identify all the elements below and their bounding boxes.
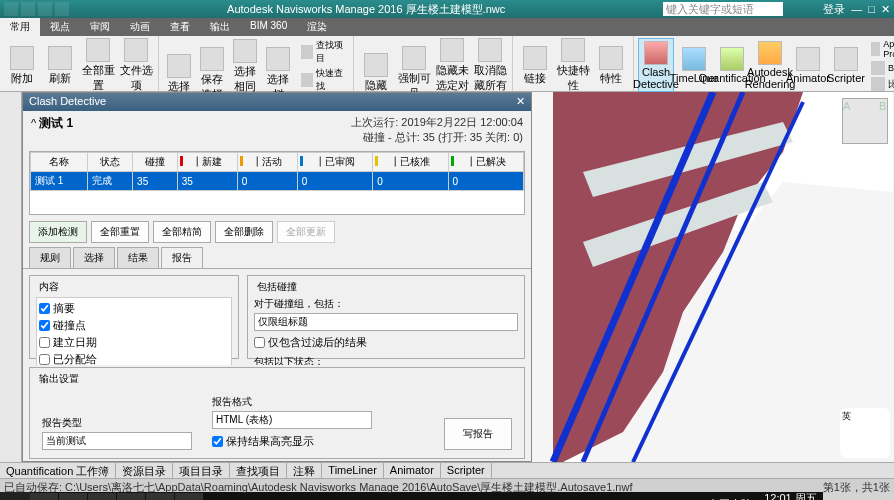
window-title: Autodesk Navisworks Manage 2016 厚生楼土建模型.… (69, 2, 663, 17)
task-item[interactable] (59, 493, 87, 500)
compact-all-button[interactable]: 全部精简 (153, 221, 211, 243)
filter-checkbox[interactable] (254, 337, 265, 348)
output-legend: 输出设置 (36, 372, 82, 386)
subtab[interactable]: 结果 (117, 247, 159, 268)
test-name: 测试 1 (39, 116, 73, 130)
keep-highlight-checkbox[interactable] (212, 436, 223, 447)
ribbon-tab[interactable]: 常用 (0, 18, 40, 36)
status-legend: 包括以下状态： (254, 355, 518, 365)
bottom-tab[interactable]: Animator (384, 463, 441, 478)
bottom-tab[interactable]: Scripter (441, 463, 492, 478)
subtab[interactable]: 报告 (161, 247, 203, 268)
ribbon-button[interactable]: Autodesk Rendering (752, 38, 788, 92)
ime-avatar[interactable] (840, 408, 890, 458)
bottom-tab[interactable]: TimeLiner (322, 463, 384, 478)
reset-all-button[interactable]: 全部重置 (91, 221, 149, 243)
bottom-tab[interactable]: 资源目录 (116, 463, 173, 478)
qat-icon[interactable] (4, 2, 18, 16)
ribbon-button-small[interactable]: Appearance Profiler (868, 38, 894, 60)
ribbon-tab[interactable]: 视点 (40, 18, 80, 36)
report-type-select[interactable]: 当前测试 (42, 432, 192, 450)
bottom-tab[interactable]: 注释 (287, 463, 322, 478)
clock-time[interactable]: 12:01 周五 (764, 492, 817, 500)
start-button[interactable] (0, 492, 30, 500)
last-run-label: 上次运行: 2019年2月22日 12:00:04 (351, 115, 523, 130)
ribbon-button-small[interactable]: 查找项目 (298, 38, 349, 66)
content-checkbox[interactable] (39, 320, 50, 331)
delete-all-button[interactable]: 全部删除 (215, 221, 273, 243)
clash-summary: 碰撞 - 总计: 35 (打开: 35 关闭: 0) (351, 130, 523, 145)
login-link[interactable]: 登录 (823, 2, 845, 17)
viewcube[interactable] (842, 98, 888, 144)
report-format-select[interactable]: HTML (表格) (212, 411, 372, 429)
content-checkbox[interactable] (39, 303, 50, 314)
close-icon[interactable]: ✕ (516, 95, 525, 109)
update-all-button: 全部更新 (277, 221, 335, 243)
ribbon-button[interactable]: 快捷特性 (555, 38, 591, 93)
ribbon-button[interactable]: 附加 (4, 38, 40, 93)
ribbon-button-small[interactable]: Batch Utility (868, 60, 894, 76)
status-text: 已自动保存: C:\Users\离洛七七\AppData\Roaming\Aut… (4, 481, 632, 493)
content-checkbox[interactable] (39, 354, 50, 365)
task-item[interactable] (175, 493, 203, 500)
ribbon-tab[interactable]: 审阅 (80, 18, 120, 36)
ribbon-button-small[interactable]: 快速查找 (298, 66, 349, 94)
ime-tray[interactable]: C 中国大陆 (697, 497, 752, 501)
ribbon-button[interactable]: 链接 (517, 38, 553, 93)
ribbon-tab[interactable]: 输出 (200, 18, 240, 36)
bottom-tab[interactable]: 查找项目 (230, 463, 287, 478)
include-legend: 包括碰撞 (254, 280, 300, 294)
help-search-input[interactable]: 键入关键字或短语 (663, 2, 783, 16)
tests-grid[interactable]: 名称状态碰撞┃新建┃活动┃已审阅┃已核准┃已解决测试 1完成35350000 (29, 151, 525, 215)
task-item[interactable] (146, 493, 174, 500)
ribbon-button[interactable]: 全部重置 (80, 38, 116, 93)
ribbon-tab[interactable]: 查看 (160, 18, 200, 36)
group-select[interactable]: 仅限组标题 (254, 313, 518, 331)
close-button[interactable]: ✕ (881, 3, 890, 16)
sheet-status: 第1张，共1张 (823, 480, 890, 495)
qat-icon[interactable] (55, 2, 69, 16)
maximize-button[interactable]: □ (868, 3, 875, 15)
group-label: 对于碰撞组，包括： (254, 297, 518, 311)
content-checkbox[interactable] (39, 337, 50, 348)
task-item[interactable] (117, 493, 145, 500)
ribbon-button[interactable]: Clash Detective (638, 38, 674, 92)
qat-icon[interactable] (38, 2, 52, 16)
write-report-button[interactable]: 写报告 (444, 418, 512, 450)
subtab[interactable]: 选择 (73, 247, 115, 268)
content-legend: 内容 (36, 280, 62, 294)
clash-detective-panel: Clash Detective✕ ^ 测试 1 上次运行: 2019年2月22日… (22, 92, 532, 462)
subtab[interactable]: 规则 (29, 247, 71, 268)
table-row[interactable]: 测试 1完成35350000 (31, 172, 524, 191)
bottom-tab[interactable]: 项目目录 (173, 463, 230, 478)
minimize-button[interactable]: — (851, 3, 862, 15)
ribbon-button[interactable]: Animator (790, 38, 826, 92)
task-item[interactable] (30, 493, 58, 500)
ribbon-button[interactable]: TimeLiner (676, 38, 712, 92)
ribbon-button[interactable]: Scripter (828, 38, 864, 92)
ribbon-tab[interactable]: 动画 (120, 18, 160, 36)
left-dock[interactable] (0, 92, 22, 462)
bottom-tab[interactable]: Quantification 工作簿 (0, 463, 116, 478)
ribbon-button-small[interactable]: 比较 (868, 76, 894, 92)
ribbon-button[interactable]: 文件选项 (118, 38, 154, 93)
panel-title: Clash Detective (29, 95, 106, 109)
ribbon-button[interactable]: 刷新 (42, 38, 78, 93)
task-item[interactable] (88, 493, 116, 500)
ribbon-button[interactable]: 特性 (593, 38, 629, 93)
ribbon-tab[interactable]: BIM 360 (240, 18, 297, 36)
ribbon-tab[interactable]: 渲染 (297, 18, 337, 36)
add-test-button[interactable]: 添加检测 (29, 221, 87, 243)
qat-icon[interactable] (21, 2, 35, 16)
